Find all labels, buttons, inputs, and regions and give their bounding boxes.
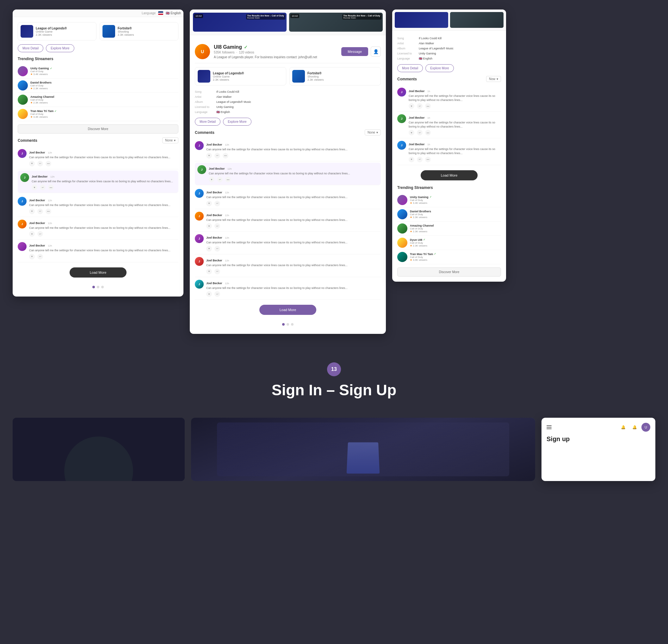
center-explore-button[interactable]: Explore More	[223, 118, 251, 126]
right-more-detail-button[interactable]: More Detail	[397, 64, 423, 72]
center-like-6[interactable]: ♥	[206, 269, 212, 274]
right-more-2[interactable]: •••	[425, 130, 431, 135]
streamer-item-3[interactable]: Amazing Channel Call of Duty ★ 2.3K view…	[18, 93, 178, 107]
dot-1[interactable]	[92, 286, 95, 288]
explore-button[interactable]: Explore More	[46, 44, 74, 52]
reply-button-4[interactable]: ↩	[37, 231, 43, 237]
streamer-avatar-4	[18, 109, 28, 119]
like-button-5[interactable]: ♥	[29, 254, 35, 259]
right-like-1[interactable]: ♥	[409, 103, 414, 109]
center-reply-7[interactable]: ↩	[214, 291, 220, 297]
right-explore-button[interactable]: Explore More	[425, 64, 454, 72]
right-like-3[interactable]: ♥	[409, 156, 414, 162]
comment-content: Joel Becker 12h Can anyone tell me the s…	[29, 149, 178, 166]
reply-button[interactable]: ↩	[37, 161, 43, 166]
streamer-viewers-4: ★ 3.4K viewers	[30, 116, 178, 118]
load-more-button-right[interactable]: Load More	[421, 170, 477, 180]
like-button-2[interactable]: ♥	[32, 184, 37, 190]
center-reply-3[interactable]: ↩	[214, 201, 220, 206]
comments-header-center: Comments None ▾	[195, 130, 381, 135]
game-card-lol[interactable]: League of Legends® Online Game 2.3K view…	[18, 22, 96, 41]
streamer-avatar-2	[18, 80, 28, 90]
comment-actions-4: ♥ ↩	[29, 231, 178, 237]
center-reply-6[interactable]: ↩	[214, 269, 220, 274]
center-game-card-lol[interactable]: League of Legends® Online Game 2.3K view…	[195, 67, 286, 86]
comment-item-highlighted: J Joel Becker 12h Can anyone tell me the…	[18, 170, 178, 193]
right-more-3[interactable]: •••	[425, 156, 431, 162]
center-fortnite-info: Fortnite® Shooting 2.3K viewers	[307, 72, 378, 81]
comments-sort-center[interactable]: None ▾	[365, 130, 381, 135]
comments-sort-right[interactable]: Now ▾	[486, 76, 501, 82]
center-comment-actions-3: ♥ ↩	[206, 201, 381, 206]
comments-section-center: Comments None ▾ J Joel Becker 12h Can an…	[195, 130, 381, 315]
right-streamer-info-4: Dyun UI8 ✓ Call of Duty ★ 2.3K viewers	[410, 238, 501, 247]
center-like-3[interactable]: ♥	[206, 201, 212, 206]
notification-icon-button[interactable]: 🔔	[630, 423, 639, 432]
center-comment-time-6: 12h	[225, 259, 229, 262]
center-like-2[interactable]: ♥	[209, 177, 214, 182]
right-reply-1[interactable]: ↩	[417, 103, 423, 109]
center-comment-actions-1: ♥ ↩ •••	[206, 153, 381, 159]
center-more-1[interactable]: •••	[223, 153, 228, 159]
like-button[interactable]: ♥	[29, 161, 35, 166]
streamer-name-2: Daniel Brothers	[30, 81, 178, 84]
load-more-button-center[interactable]: Load More	[259, 305, 316, 315]
discover-more-button-left[interactable]: Discover More	[18, 124, 178, 134]
center-like-4[interactable]: ♥	[206, 223, 212, 229]
center-more-detail-button[interactable]: More Detail	[195, 118, 221, 126]
center-reply-2[interactable]: ↩	[217, 177, 223, 182]
center-dot-2[interactable]	[287, 323, 289, 326]
right-reply-2[interactable]: ↩	[417, 130, 423, 135]
more-detail-button[interactable]: More Detail	[18, 44, 43, 52]
streamer-item-4[interactable]: Tran Mau Tri Tam ✓ Call of Duty ★ 3.4K v…	[18, 107, 178, 121]
right-like-2[interactable]: ♥	[409, 130, 414, 135]
more-button[interactable]: •••	[46, 161, 51, 166]
game-card-fortnite[interactable]: Fortnite® Shooting 2.3K viewers	[100, 22, 178, 41]
bottom-mockup-signup: 🔔 🔔 U Sign up	[542, 418, 655, 481]
reply-button-3[interactable]: ↩	[37, 209, 43, 214]
right-streamer-5[interactable]: Tran Mau Tri Tam ✓ Call of Duty ★ 3.0K v…	[397, 250, 501, 264]
center-like-1[interactable]: ♥	[206, 153, 212, 159]
channel-info: UI8 Gaming ✓ 535K followers · 120 videos…	[214, 44, 337, 59]
center-game-card-fortnite[interactable]: Fortnite® Shooting 2.3K viewers	[289, 67, 381, 86]
center-dot-1[interactable]	[282, 323, 285, 326]
bell-icon-button[interactable]: 🔔	[619, 423, 627, 432]
center-reply-1[interactable]: ↩	[214, 153, 220, 159]
comments-sort-left[interactable]: None ▾	[162, 137, 178, 143]
right-streamer-1[interactable]: Unity Gaming ✓ Call of Duty ★ 3.4K viewe…	[397, 193, 501, 207]
hamburger-menu-icon[interactable]	[547, 425, 551, 429]
right-language-row: Language 🇬🇧 English	[397, 56, 501, 61]
streamer-item-1[interactable]: Unity Gaming ✓ Call of Duty ★ 3.4K viewe…	[18, 64, 178, 78]
right-streamer-4[interactable]: Dyun UI8 ✓ Call of Duty ★ 2.3K viewers	[397, 236, 501, 250]
more-button-2[interactable]: •••	[48, 184, 54, 190]
dot-2[interactable]	[97, 286, 99, 288]
right-streamer-game-1: Call of Duty	[410, 199, 501, 201]
streamer-item-2[interactable]: Daniel Brothers Call of Duty ★ 2.3K view…	[18, 78, 178, 93]
right-reply-3[interactable]: ↩	[417, 156, 423, 162]
message-button[interactable]: Message	[341, 47, 368, 56]
right-streamer-name-5: Tran Mau Tri Tam ✓	[410, 253, 501, 256]
center-dot-3[interactable]	[291, 323, 293, 326]
reply-button-5[interactable]: ↩	[37, 254, 43, 259]
center-more-2[interactable]: •••	[225, 177, 231, 182]
follow-button[interactable]: 👤	[371, 46, 381, 57]
reply-button-2[interactable]: ↩	[40, 184, 46, 190]
right-streamer-2[interactable]: Daniel Brothers Call of Duty ★ 2.3K view…	[397, 207, 501, 222]
right-streamer-viewers-4: ★ 2.3K viewers	[410, 244, 501, 247]
center-like-5[interactable]: ♥	[206, 246, 212, 252]
center-reply-4[interactable]: ↩	[214, 223, 220, 229]
more-button-3[interactable]: •••	[46, 209, 51, 214]
load-more-button-left[interactable]: Load More	[70, 267, 126, 278]
center-mockup-inner: U UI8 Gaming ✓ 535K followers · 120 vide…	[190, 35, 386, 334]
center-reply-5[interactable]: ↩	[214, 246, 220, 252]
licensed-label: Licensed to	[195, 105, 214, 108]
like-button-4[interactable]: ♥	[29, 231, 35, 237]
center-comment-author-4: Joel Becker	[206, 214, 222, 217]
center-like-7[interactable]: ♥	[206, 291, 212, 297]
right-streamer-3[interactable]: Amazing Channel Call of Duty ★ 2.3K view…	[397, 222, 501, 236]
dot-3[interactable]	[101, 286, 104, 288]
discover-more-button-right[interactable]: Discover More	[397, 267, 501, 276]
like-button-3[interactable]: ♥	[29, 209, 35, 214]
right-more-1[interactable]: •••	[425, 103, 431, 109]
user-avatar-button[interactable]: U	[641, 423, 650, 432]
